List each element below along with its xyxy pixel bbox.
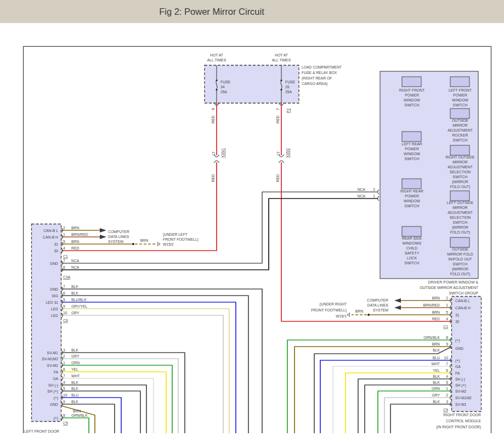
switch-label: IN/FOLD OUT	[448, 257, 472, 261]
switch-label: ADJUSTMENT	[448, 211, 473, 214]
wire-color-label: BLU	[71, 393, 78, 397]
data-arrow-icon	[100, 228, 106, 233]
pin-label: SIG	[52, 294, 58, 298]
pin-number: 8	[63, 413, 65, 417]
pin-number: 5	[63, 298, 65, 302]
switch-label: SAFETY	[405, 251, 420, 255]
switch-label: SELECTION	[450, 216, 471, 219]
switch-label: SWITCH	[453, 138, 468, 142]
switch-label: SWITCH	[453, 220, 468, 224]
switch-label: SWITCH	[453, 103, 468, 107]
switch-label: (MIRROR	[452, 225, 468, 230]
wire-color-label: BRN/RED	[423, 303, 440, 307]
wire-blu	[61, 398, 121, 433]
pin-label: SH (+)	[455, 383, 466, 388]
wire-blk	[61, 289, 262, 433]
pin-label: CAN-B H	[43, 235, 58, 239]
pin-label: LED	[51, 314, 58, 318]
fuse-box-label: FUSE & RELAY BOX	[302, 71, 337, 75]
fuse-rating: 25A	[220, 90, 228, 94]
computer-label: SYSTEM	[108, 240, 123, 243]
pin-number: 10	[444, 356, 448, 360]
ground-icon	[348, 313, 349, 317]
splice-dot	[367, 314, 370, 316]
pin-number: 1	[446, 303, 448, 307]
wire-color-label: RED	[211, 174, 215, 182]
pin-number: 2	[446, 296, 448, 300]
switch-label: RIGHT OUTSIDE	[445, 155, 475, 159]
wire-color-label: YEL	[71, 367, 78, 371]
hot-label: ALL TIMES	[272, 58, 291, 62]
pin-number: 17	[212, 151, 216, 156]
data-arrow-icon	[100, 235, 106, 239]
switch-mirror-rocker	[450, 109, 469, 118]
fuse-number: 26	[285, 85, 290, 89]
pin-number: 1	[373, 194, 375, 198]
computer-label: SYSTEM	[373, 308, 388, 312]
pin-label: FA	[54, 370, 59, 374]
computer-label: DATA LINES	[108, 235, 129, 239]
switch-label: ADJUSTMENT	[448, 165, 473, 169]
pin-number: 4	[63, 381, 65, 384]
pin-label: SV-M1	[455, 403, 467, 406]
connector-label: X35/2	[286, 148, 290, 158]
pin-number: 1	[446, 387, 448, 390]
wire-color-label: GRY/YEL	[71, 304, 88, 308]
computer-label: COMPUTER	[108, 230, 129, 234]
footwell-label: (UNDER RIGHT	[320, 302, 347, 307]
connector-label: C5	[63, 421, 68, 425]
wire-color-label: BRN	[432, 296, 440, 300]
switch-label: OUTSIDE	[452, 247, 469, 251]
switch-label: SWITCH	[405, 261, 420, 265]
pin-number: 2	[63, 226, 65, 230]
pin-label: GND	[50, 403, 58, 406]
pin-number: 10	[63, 311, 67, 315]
pin-number: 3	[446, 400, 448, 404]
wire-color-label: BRN	[71, 240, 79, 243]
pin-number: 7	[63, 259, 65, 263]
wire-color-label: RED	[71, 246, 79, 250]
pin-number: 6	[63, 265, 65, 269]
switch-left-rear-window	[402, 132, 421, 141]
footwell-label: FRONT FOOTWELL)	[311, 308, 347, 313]
wire-color-label: RED	[276, 174, 280, 182]
pin-number: 7	[446, 362, 448, 366]
wiring-diagram: Fig 2: Power Mirror Circuit HOT AT ALL T…	[0, 0, 504, 442]
wire-color-label: GRY	[432, 393, 440, 397]
switch-label: WINDOWS	[403, 241, 422, 245]
switch-group-caption: SWITCH GROUP	[449, 291, 478, 295]
switch-label: WINDOW	[404, 98, 420, 102]
fuse-label: FUSE	[285, 80, 296, 84]
switch-label: WINDOW	[404, 199, 420, 203]
pin-number: 9	[63, 400, 65, 404]
wire-color-label: GRN/BLK	[71, 413, 88, 417]
switch-label: (MIRROR	[452, 267, 468, 271]
wire-nca	[61, 199, 378, 270]
wire-color-label: WHT	[71, 374, 80, 378]
switch-label: SWITCH	[405, 204, 420, 208]
switch-label: LEFT REAR	[401, 142, 422, 146]
wire-color-label: BLK	[433, 381, 440, 384]
fuse-box-outline	[205, 65, 299, 103]
pin-label: (+)	[54, 396, 59, 400]
switch-label: MIRROR	[452, 160, 468, 164]
fuse-box-label: CARGO AREA)	[302, 82, 327, 86]
fuse-rating: 25A	[285, 90, 292, 94]
switch-label: ROCKER	[452, 133, 468, 137]
connector-label: C5	[443, 408, 448, 412]
wire-color-label: BLK	[71, 291, 78, 295]
wire-color-label: BLK	[71, 348, 78, 352]
pin-label: SH (-)	[48, 383, 58, 388]
pin-label: (+)	[455, 338, 460, 343]
wire-color-label: RED	[276, 116, 280, 123]
wire-color-label: BRN	[140, 239, 148, 242]
pin-label: SV-M1M2	[42, 357, 58, 361]
wire-color-label: GRY	[71, 354, 80, 358]
hot-label: HOT AT	[210, 53, 223, 57]
wire-nca	[61, 192, 378, 263]
fuse-box-label: LOAD COMPARTMENT	[302, 65, 342, 69]
connector-label: C3A	[63, 275, 71, 279]
wire-blk	[61, 404, 115, 433]
pin-label: GND	[50, 287, 58, 291]
pin-number: 3	[63, 348, 65, 352]
